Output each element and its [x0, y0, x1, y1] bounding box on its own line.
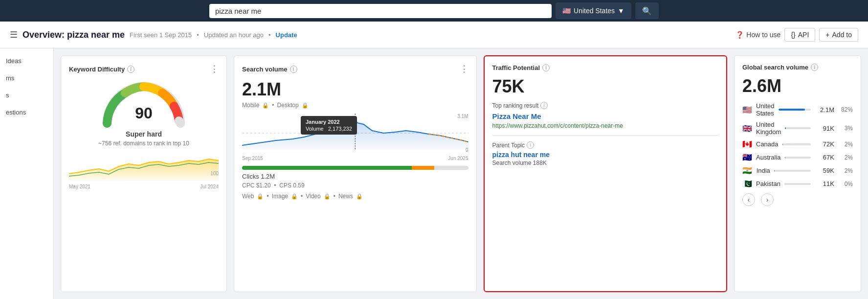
country-selector[interactable]: 🇺🇸 United States ▼: [556, 2, 631, 19]
sidebar-label-ideas: Ideas: [6, 57, 22, 65]
gsv-next-button[interactable]: ›: [761, 193, 774, 206]
hamburger-icon[interactable]: ☰: [10, 29, 18, 40]
gsv-flag: 🇮🇳: [742, 166, 753, 175]
kd-more-icon[interactable]: ⋮: [210, 64, 219, 74]
gsv-pct: 0%: [838, 181, 853, 187]
sv-web-meta: Web 🔒 • Image 🔒 • Video 🔒 • News 🔒: [242, 193, 468, 200]
sv-meta: Mobile 🔒 • Desktop 🔒: [242, 102, 468, 109]
gsv-info-icon[interactable]: i: [811, 64, 818, 71]
gsv-bar-fill: [779, 109, 805, 111]
question-icon: ❓: [735, 31, 744, 39]
gsv-flag: 🇺🇸: [742, 105, 752, 115]
sv-tooltip-vol-label: Volume: [306, 126, 324, 132]
sv-news-lock: 🔒: [356, 193, 363, 200]
gsv-card: Global search volume i 2.6M 🇺🇸 United St…: [734, 55, 861, 292]
gsv-vol: 67K: [815, 154, 834, 161]
update-link[interactable]: Update: [276, 31, 297, 39]
sv-img-lock: 🔒: [291, 193, 298, 200]
kd-gauge-container: 90: [69, 79, 219, 128]
gsv-country: India: [757, 167, 770, 174]
content-area: Keyword Difficulty i ⋮: [54, 48, 868, 299]
kd-sub-text: ~756 ref. domains to rank in top 10: [69, 140, 219, 147]
gsv-row: 🇵🇰 Pakistan 11K 0%: [742, 179, 853, 188]
gsv-row: 🇮🇳 India 59K 2%: [742, 166, 853, 175]
country-name: United States: [574, 7, 615, 15]
tp-card: Traffic Potential i 75K Top ranking resu…: [484, 55, 728, 292]
sidebar-item-ms[interactable]: ms: [0, 70, 53, 86]
gsv-pct: 82%: [838, 106, 853, 113]
sv-more-icon[interactable]: ⋮: [460, 64, 468, 74]
gsv-vol: 11K: [815, 180, 834, 187]
sv-info-icon[interactable]: i: [290, 66, 297, 73]
sv-date-end: Jun 2025: [448, 156, 468, 161]
kd-chart-dates: May 2021 Jul 2024: [69, 184, 219, 189]
tp-top-ranking-info-icon[interactable]: i: [540, 102, 548, 109]
tp-parent-info-icon[interactable]: i: [527, 141, 534, 149]
add-to-button[interactable]: + Add to: [819, 28, 858, 42]
sidebar-item-s[interactable]: s: [0, 88, 53, 103]
kd-card-title: Keyword Difficulty i ⋮: [69, 64, 219, 74]
sub-header: ☰ Overview: pizza near me First seen 1 S…: [0, 22, 868, 48]
search-button[interactable]: 🔍: [635, 2, 659, 19]
gsv-country: Canada: [756, 140, 779, 148]
sv-tooltip: January 2022 Volume 2,173,232: [301, 116, 357, 135]
sidebar-label-s: s: [6, 92, 9, 99]
gsv-country: Australia: [756, 154, 781, 161]
sv-vid-lock: 🔒: [324, 193, 331, 200]
gsv-bar-fill: [774, 170, 775, 172]
how-to-use-label: How to use: [746, 31, 780, 39]
sv-title-text: Search volume: [242, 66, 288, 73]
updated-text: Updated an hour ago: [204, 31, 264, 39]
how-to-use-button[interactable]: ❓ How to use: [735, 31, 780, 39]
separator-dot2: •: [268, 31, 271, 39]
gsv-bar-fill: [785, 157, 785, 159]
sub-header-right: ❓ How to use {} API + Add to: [735, 28, 858, 42]
gsv-vol: 91K: [815, 125, 834, 132]
sv-desktop-label: Desktop: [277, 102, 299, 109]
gsv-vol: 2.1M: [815, 106, 834, 114]
gsv-country: United States: [756, 102, 775, 117]
gsv-value: 2.6M: [742, 76, 853, 96]
dropdown-arrow-icon: ▼: [618, 7, 624, 15]
gsv-country: United Kingdom: [756, 121, 781, 136]
sidebar-item-estions[interactable]: estions: [0, 105, 53, 120]
api-button[interactable]: {} API: [784, 28, 815, 42]
tp-info-icon[interactable]: i: [542, 64, 550, 71]
sv-cpc-cps: CPC $1.20 • CPS 0.59: [242, 182, 468, 189]
kd-chart-y-max: 100: [210, 171, 219, 176]
gsv-prev-button[interactable]: ‹: [742, 193, 755, 206]
gsv-pct: 2%: [838, 141, 853, 148]
sidebar-item-ideas[interactable]: Ideas: [0, 53, 53, 69]
api-icon: {}: [791, 31, 795, 39]
search-input[interactable]: [209, 4, 552, 18]
kd-gauge-number: 90: [135, 104, 153, 122]
search-icon: 🔍: [642, 7, 652, 15]
gsv-row: 🇬🇧 United Kingdom 91K 3%: [742, 121, 853, 136]
gsv-flag: 🇦🇺: [742, 153, 752, 162]
gsv-card-title: Global search volume i: [742, 64, 853, 71]
tp-rank-title[interactable]: Pizza Near Me: [492, 112, 719, 120]
sv-clicks-bar: [242, 166, 468, 170]
kd-title-text: Keyword Difficulty: [69, 66, 125, 73]
tp-rank-url[interactable]: https://www.pizzahut.com/c/content/pizza…: [492, 122, 719, 129]
tp-top-ranking-label: Top ranking result i: [492, 102, 719, 109]
gsv-bar-fill: [782, 143, 783, 145]
kd-difficulty-label: Super hard: [69, 130, 219, 138]
gsv-country: Pakistan: [756, 180, 780, 187]
sv-video: Video: [306, 193, 320, 200]
sv-chart-area: 3.1M: [242, 114, 468, 153]
sv-card: Search volume i ⋮ 2.1M Mobile 🔒 • Deskto…: [234, 55, 477, 292]
kd-info-icon[interactable]: i: [127, 66, 134, 73]
tp-title-text: Traffic Potential: [492, 64, 540, 71]
gsv-vol: 72K: [815, 140, 834, 148]
tp-parent-link[interactable]: pizza hut near me: [492, 151, 719, 159]
sv-date-start: Sep 2015: [242, 156, 263, 161]
sv-tooltip-title: January 2022: [306, 119, 352, 125]
api-label: API: [798, 31, 809, 39]
sv-clicks-bar-orange: [412, 166, 434, 170]
gsv-bar-wrap: [785, 127, 811, 129]
sv-cps: CPS 0.59: [279, 182, 304, 189]
gsv-pct: 2%: [838, 154, 853, 161]
kd-date-end: Jul 2024: [200, 184, 219, 189]
first-seen-text: First seen 1 Sep 2015: [130, 31, 192, 39]
